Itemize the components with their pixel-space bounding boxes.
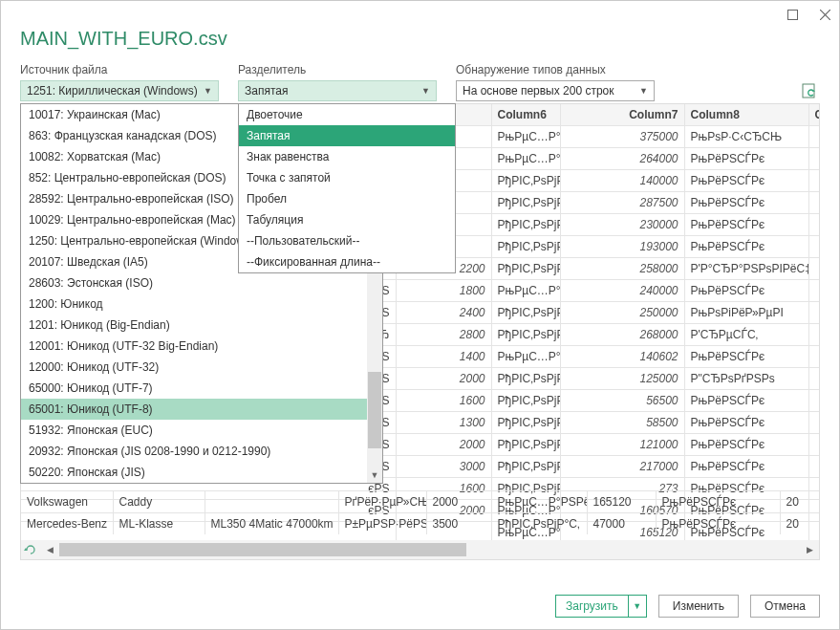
dropdown-item[interactable]: 12000: Юникод (UTF-32)	[21, 357, 367, 378]
dropdown-item[interactable]: Точка с запятой	[239, 167, 455, 188]
dropdown-item[interactable]: 51932: Японская (EUC)	[21, 420, 367, 441]
dropdown-item[interactable]: 50220: Японская (JIS)	[21, 462, 367, 483]
delimiter-combo[interactable]: Запятая ▼	[238, 80, 437, 101]
delimiter-combo-value: Запятая	[245, 84, 288, 98]
load-button-label: Загрузить	[556, 596, 629, 617]
scroll-right-icon[interactable]: ▶	[800, 540, 819, 559]
scroll-down-icon[interactable]: ▼	[367, 467, 382, 483]
chevron-down-icon: ▼	[204, 86, 212, 96]
dropdown-item[interactable]: 1200: Юникод	[21, 293, 367, 315]
dropdown-item[interactable]: 20932: Японская (JIS 0208-1990 и 0212-19…	[21, 441, 367, 462]
chevron-down-icon[interactable]: ▼	[629, 601, 646, 611]
dropdown-item[interactable]: --Фиксированная длина--	[239, 251, 455, 272]
dropdown-item[interactable]: 28603: Эстонская (ISO)	[21, 272, 367, 293]
col-header[interactable]: Column6	[491, 104, 560, 126]
file-title: MAIN_WITH_EURO.csv	[1, 28, 839, 57]
dropdown-item[interactable]: Табуляция	[239, 209, 455, 230]
scroll-left-icon[interactable]: ◀	[40, 540, 59, 559]
dropdown-item[interactable]: 12001: Юникод (UTF-32 Big-Endian)	[21, 336, 367, 357]
edit-button[interactable]: Изменить	[658, 595, 739, 618]
table-row: Mercedes-BenzML-KlasseML350 4Matic 47000…	[21, 513, 820, 535]
maximize-icon[interactable]	[786, 8, 799, 21]
titlebar	[1, 1, 839, 28]
controls-row: 1251: Кириллическая (Windows) ▼ Запятая …	[1, 76, 839, 101]
dialog-window: MAIN_WITH_EURO.csv Источник файла Раздел…	[0, 0, 840, 630]
dropdown-item[interactable]: Запятая	[239, 125, 455, 146]
label-delimiter: Разделитель	[238, 63, 456, 76]
horizontal-scrollbar[interactable]: ◀ ▶	[21, 540, 819, 559]
label-origin: Источник файла	[20, 63, 238, 76]
dropdown-item[interactable]: 65001: Юникод (UTF-8)	[21, 399, 367, 420]
delimiter-dropdown: ДвоеточиеЗапятаяЗнак равенстваТочка с за…	[238, 103, 456, 273]
dropdown-item[interactable]: Двоеточие	[239, 104, 455, 125]
cancel-button[interactable]: Отмена	[750, 595, 820, 618]
scroll-thumb[interactable]	[368, 372, 381, 448]
chevron-down-icon: ▼	[421, 86, 430, 96]
body-area: Column6 Column7 Column8 Column9 РњРµС…Р°…	[1, 103, 839, 560]
close-icon[interactable]	[818, 8, 831, 21]
lower-rows: VolkswagenCaddyРґРёР·РµР»СЊ2000РњРµС…Р°Р…	[21, 490, 819, 534]
dropdown-item[interactable]: Знак равенства	[239, 146, 455, 167]
dropdown-item[interactable]: Пробел	[239, 188, 455, 209]
labels-row: Источник файла Разделитель Обнаружение т…	[1, 63, 839, 76]
detect-combo[interactable]: На основе первых 200 строк ▼	[456, 80, 655, 101]
origin-combo[interactable]: 1251: Кириллическая (Windows) ▼	[20, 80, 219, 101]
col-header[interactable]: Column9	[808, 104, 820, 126]
origin-combo-value: 1251: Кириллическая (Windows)	[27, 84, 198, 98]
dropdown-item[interactable]: 1201: Юникод (Big-Endian)	[21, 315, 367, 336]
svg-rect-0	[787, 10, 797, 19]
rotate-icon[interactable]	[23, 542, 38, 557]
dropdown-item[interactable]: --Пользовательский--	[239, 230, 455, 251]
table-row: VolkswagenCaddyРґРёР·РµР»СЊ2000РњРµС…Р°Р…	[21, 491, 820, 513]
col-header[interactable]: Column7	[560, 104, 684, 126]
dropdown-item[interactable]: 50222: Японская (JIS, кана - SO/SI, разр…	[21, 483, 367, 484]
dropdown-item[interactable]: 65000: Юникод (UTF-7)	[21, 378, 367, 399]
detect-combo-value: На основе первых 200 строк	[463, 84, 614, 98]
button-row: Загрузить ▼ Изменить Отмена	[555, 595, 820, 618]
cancel-button-label: Отмена	[765, 599, 806, 613]
load-button[interactable]: Загрузить ▼	[555, 595, 647, 618]
label-detect: Обнаружение типов данных	[456, 63, 820, 76]
edit-button-label: Изменить	[673, 599, 724, 613]
chevron-down-icon: ▼	[639, 86, 648, 96]
refresh-icon[interactable]	[799, 80, 820, 101]
col-header[interactable]: Column8	[684, 104, 808, 126]
